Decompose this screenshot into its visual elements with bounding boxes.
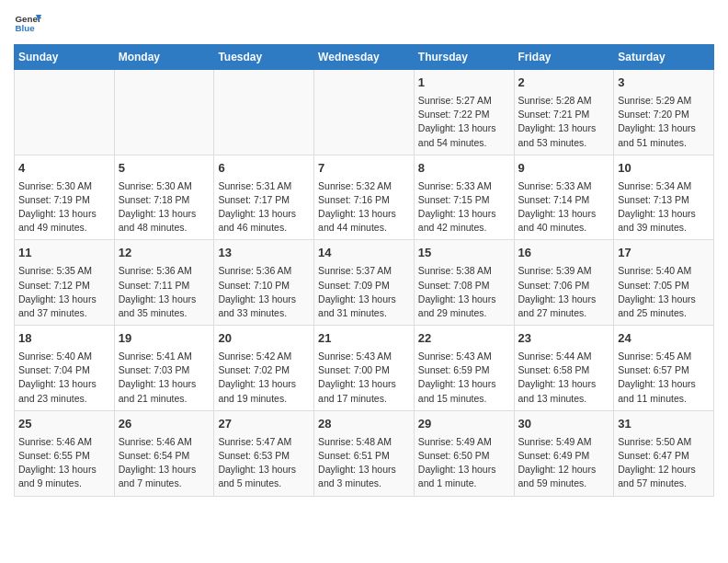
calendar-cell: 21Sunrise: 5:43 AMSunset: 7:00 PMDayligh… (314, 326, 415, 411)
week-row-5: 25Sunrise: 5:46 AMSunset: 6:55 PMDayligh… (15, 410, 714, 496)
calendar-cell: 6Sunrise: 5:31 AMSunset: 7:17 PMDaylight… (214, 155, 314, 240)
day-info: Sunset: 7:18 PM (119, 193, 210, 207)
day-info: Sunset: 7:19 PM (18, 193, 110, 207)
calendar-cell (314, 70, 415, 155)
calendar-cell: 18Sunrise: 5:40 AMSunset: 7:04 PMDayligh… (15, 326, 115, 411)
day-info: Sunrise: 5:50 AM (618, 435, 710, 449)
day-info: Daylight: 13 hours and 27 minutes. (518, 293, 610, 320)
day-number: 29 (418, 416, 510, 433)
day-info: Sunset: 6:57 PM (618, 363, 710, 377)
day-info: Sunrise: 5:32 AM (318, 179, 410, 193)
day-info: Daylight: 13 hours and 19 minutes. (218, 377, 310, 405)
calendar-cell: 20Sunrise: 5:42 AMSunset: 7:02 PMDayligh… (214, 326, 314, 411)
day-header-wednesday: Wednesday (314, 45, 415, 70)
day-info: Sunrise: 5:48 AM (318, 435, 410, 449)
day-info: Sunset: 6:49 PM (518, 449, 610, 463)
day-info: Sunset: 7:14 PM (518, 193, 610, 207)
calendar-cell: 10Sunrise: 5:34 AMSunset: 7:13 PMDayligh… (614, 155, 714, 240)
day-info: Daylight: 13 hours and 23 minutes. (18, 377, 110, 405)
day-info: Sunrise: 5:28 AM (518, 94, 610, 108)
day-info: Daylight: 13 hours and 31 minutes. (318, 293, 410, 320)
day-number: 1 (418, 75, 510, 92)
week-row-3: 11Sunrise: 5:35 AMSunset: 7:12 PMDayligh… (15, 240, 714, 326)
day-info: Sunrise: 5:33 AM (418, 179, 510, 193)
day-number: 8 (418, 160, 510, 178)
day-number: 9 (518, 160, 610, 178)
day-info: Daylight: 13 hours and 7 minutes. (119, 463, 210, 490)
calendar-cell (114, 70, 214, 155)
day-number: 28 (318, 416, 410, 433)
calendar-cell: 9Sunrise: 5:33 AMSunset: 7:14 PMDaylight… (514, 155, 614, 240)
day-info: Sunrise: 5:36 AM (218, 264, 310, 278)
day-number: 27 (218, 416, 310, 433)
day-number: 30 (518, 416, 610, 433)
day-info: Daylight: 13 hours and 33 minutes. (218, 293, 310, 320)
day-info: Sunset: 6:59 PM (418, 363, 510, 377)
day-info: Sunset: 7:00 PM (318, 363, 410, 377)
calendar-cell: 28Sunrise: 5:48 AMSunset: 6:51 PMDayligh… (314, 410, 415, 496)
day-info: Daylight: 13 hours and 51 minutes. (618, 121, 710, 149)
calendar-cell: 23Sunrise: 5:44 AMSunset: 6:58 PMDayligh… (514, 326, 614, 411)
week-row-1: 1Sunrise: 5:27 AMSunset: 7:22 PMDaylight… (15, 70, 714, 155)
day-info: Sunrise: 5:33 AM (518, 179, 610, 193)
day-info: Sunrise: 5:49 AM (418, 435, 510, 449)
calendar-cell: 16Sunrise: 5:39 AMSunset: 7:06 PMDayligh… (514, 240, 614, 326)
day-info: Sunrise: 5:38 AM (418, 264, 510, 278)
day-info: Sunset: 7:12 PM (18, 279, 110, 293)
day-info: Sunrise: 5:30 AM (119, 179, 210, 193)
calendar-cell: 25Sunrise: 5:46 AMSunset: 6:55 PMDayligh… (15, 410, 115, 496)
day-info: Daylight: 13 hours and 40 minutes. (518, 207, 610, 235)
page-header: General Blue (14, 9, 714, 37)
day-info: Daylight: 13 hours and 3 minutes. (318, 463, 410, 490)
day-info: Sunset: 7:04 PM (18, 363, 110, 377)
day-info: Sunrise: 5:42 AM (218, 350, 310, 363)
day-info: Daylight: 13 hours and 53 minutes. (518, 121, 610, 149)
calendar-cell: 13Sunrise: 5:36 AMSunset: 7:10 PMDayligh… (214, 240, 314, 326)
day-number: 10 (618, 160, 710, 178)
day-info: Daylight: 13 hours and 5 minutes. (218, 463, 310, 490)
day-info: Sunrise: 5:43 AM (418, 350, 510, 363)
day-number: 15 (418, 245, 510, 262)
day-number: 11 (18, 245, 110, 262)
day-info: Sunrise: 5:47 AM (218, 435, 310, 449)
day-info: Sunset: 7:03 PM (119, 363, 210, 377)
day-number: 16 (518, 245, 610, 262)
day-number: 20 (218, 330, 310, 348)
day-info: Daylight: 13 hours and 13 minutes. (518, 377, 610, 405)
day-number: 13 (218, 245, 310, 262)
day-info: Sunset: 6:53 PM (218, 449, 310, 463)
day-header-monday: Monday (114, 45, 214, 70)
day-info: Sunset: 7:13 PM (618, 193, 710, 207)
calendar-cell: 11Sunrise: 5:35 AMSunset: 7:12 PMDayligh… (15, 240, 115, 326)
day-info: Sunset: 7:05 PM (618, 279, 710, 293)
day-info: Daylight: 13 hours and 42 minutes. (418, 207, 510, 235)
calendar-cell: 29Sunrise: 5:49 AMSunset: 6:50 PMDayligh… (414, 410, 514, 496)
day-header-tuesday: Tuesday (214, 45, 314, 70)
day-number: 7 (318, 160, 410, 178)
day-info: Sunset: 6:47 PM (618, 449, 710, 463)
day-info: Sunset: 6:58 PM (518, 363, 610, 377)
day-info: Sunset: 7:06 PM (518, 279, 610, 293)
day-number: 17 (618, 245, 710, 262)
day-info: Daylight: 13 hours and 9 minutes. (18, 463, 110, 490)
day-info: Daylight: 13 hours and 29 minutes. (418, 293, 510, 320)
day-info: Daylight: 13 hours and 39 minutes. (618, 207, 710, 235)
day-number: 25 (18, 416, 110, 433)
day-info: Sunset: 6:50 PM (418, 449, 510, 463)
calendar-cell: 30Sunrise: 5:49 AMSunset: 6:49 PMDayligh… (514, 410, 614, 496)
day-info: Daylight: 13 hours and 54 minutes. (418, 121, 510, 149)
logo-icon: General Blue (14, 9, 41, 37)
day-info: Sunset: 7:10 PM (218, 279, 310, 293)
day-info: Sunset: 7:21 PM (518, 108, 610, 121)
day-number: 12 (119, 245, 210, 262)
day-number: 4 (18, 160, 110, 178)
day-info: Sunrise: 5:35 AM (18, 264, 110, 278)
calendar-cell: 26Sunrise: 5:46 AMSunset: 6:54 PMDayligh… (114, 410, 214, 496)
calendar-cell: 8Sunrise: 5:33 AMSunset: 7:15 PMDaylight… (414, 155, 514, 240)
calendar-cell: 4Sunrise: 5:30 AMSunset: 7:19 PMDaylight… (15, 155, 115, 240)
day-info: Sunrise: 5:40 AM (618, 264, 710, 278)
day-info: Daylight: 13 hours and 21 minutes. (119, 377, 210, 405)
day-info: Sunrise: 5:37 AM (318, 264, 410, 278)
day-info: Sunrise: 5:39 AM (518, 264, 610, 278)
day-info: Sunset: 6:51 PM (318, 449, 410, 463)
